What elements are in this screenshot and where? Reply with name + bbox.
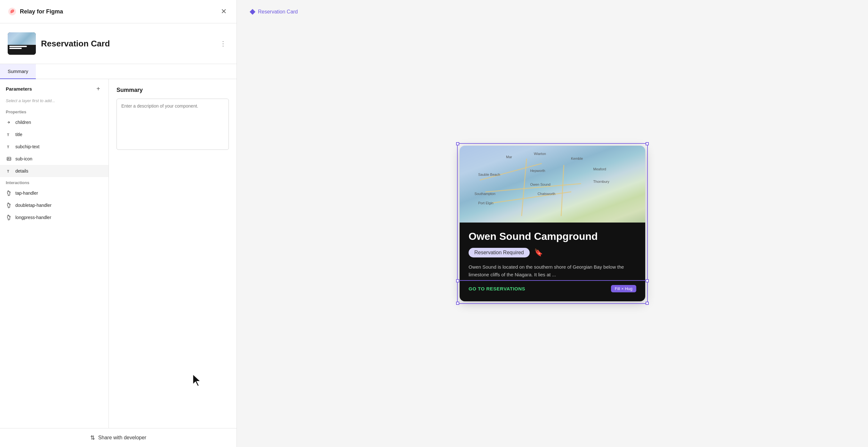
figma-component-label: Reservation Card: [250, 9, 298, 15]
more-options-button[interactable]: ⋮: [217, 38, 229, 49]
svg-text:T: T: [7, 145, 9, 149]
map-label: Chatsworth: [538, 192, 556, 196]
prop-children-label: children: [16, 120, 31, 125]
map-label: Sauble Beach: [478, 173, 500, 176]
properties-header: Parameters +: [0, 79, 108, 97]
prop-item-sub-icon[interactable]: sub-icon: [0, 153, 108, 165]
doubletap-handler-icon: [6, 202, 12, 208]
svg-text:T: T: [7, 133, 9, 137]
panel-header: Relay for Figma ✕: [0, 0, 237, 23]
component-name: Reservation Card: [41, 39, 110, 48]
interactions-section-label: Interactions: [0, 177, 108, 187]
close-button[interactable]: ✕: [219, 6, 229, 17]
go-reservations-cta[interactable]: GO TO RESERVATIONS: [469, 286, 525, 291]
map-label: Kemble: [571, 156, 583, 160]
map-road: [521, 159, 527, 216]
map-label: Port Elgin: [478, 201, 494, 205]
interaction-tap-handler[interactable]: tap-handler: [0, 187, 108, 199]
component-thumbnail: [8, 32, 36, 55]
right-panel: Reservation Card MarWiartonKembleSauble …: [237, 0, 868, 447]
summary-textarea[interactable]: [117, 99, 229, 150]
card-map: MarWiartonKembleSauble BeachHepworthMeaf…: [460, 146, 645, 222]
share-bar: ⇅ Share with developer: [0, 428, 237, 447]
map-label: Southampton: [474, 192, 495, 196]
panel-header-left: Relay for Figma: [8, 7, 63, 16]
bottom-resize-handle-bl[interactable]: [456, 302, 459, 305]
share-with-developer-button[interactable]: ⇅ Share with developer: [90, 434, 146, 441]
map-road: [492, 191, 571, 204]
resize-handle-br[interactable]: [646, 302, 649, 305]
relay-logo-icon: [8, 7, 17, 16]
interaction-tap-label: tap-handler: [16, 190, 38, 196]
app-name: Relay for Figma: [20, 8, 63, 15]
properties-title: Parameters: [6, 86, 32, 92]
tab-summary[interactable]: Summary: [0, 64, 36, 79]
component-name-area: Reservation Card: [41, 39, 212, 49]
prop-details-label: details: [16, 169, 28, 174]
prop-sub-icon-label: sub-icon: [16, 156, 32, 161]
interaction-doubletap-handler[interactable]: doubletap-handler: [0, 199, 108, 211]
resize-handle-tr[interactable]: [646, 142, 649, 145]
bottom-resize-handle-br[interactable]: [646, 302, 649, 305]
tabs-area: Summary: [0, 64, 237, 79]
map-label: Wiarton: [534, 152, 546, 156]
details-text-icon: T: [6, 168, 12, 174]
reservation-card: MarWiartonKembleSauble BeachHepworthMeaf…: [460, 146, 645, 301]
fill-hug-badge: Fill × Hug: [611, 285, 636, 292]
select-hint: Select a layer first to add...: [0, 97, 108, 106]
longpress-handler-icon: [6, 214, 12, 220]
bookmark-icon[interactable]: 🔖: [534, 248, 543, 257]
thumbnail-line-2: [9, 48, 22, 49]
prop-subchip-text-label: subchip-text: [16, 144, 39, 149]
card-badges: Reservation Required 🔖: [469, 248, 636, 258]
bottom-resize-handle-tl[interactable]: [456, 279, 459, 282]
prop-item-subchip-text[interactable]: T subchip-text: [0, 141, 108, 153]
svg-text:T: T: [7, 169, 9, 173]
subchip-text-icon: T: [6, 144, 12, 150]
prop-item-children[interactable]: children: [0, 116, 108, 128]
sub-icon-image-icon: [6, 156, 12, 162]
map-label: Thornbury: [593, 180, 610, 183]
interaction-doubletap-label: doubletap-handler: [16, 203, 52, 208]
prop-item-title[interactable]: T title: [0, 128, 108, 141]
resize-handle-tl[interactable]: [456, 142, 459, 145]
properties-sidebar: Parameters + Select a layer first to add…: [0, 79, 109, 428]
two-col: Parameters + Select a layer first to add…: [0, 79, 237, 428]
title-text-icon: T: [6, 131, 12, 138]
map-label: Meaford: [593, 167, 606, 171]
map-road: [561, 165, 564, 216]
card-footer: GO TO RESERVATIONS Fill × Hug: [469, 285, 636, 292]
resize-handle-bl[interactable]: [456, 302, 459, 305]
bottom-resize-handle-tr[interactable]: [646, 279, 649, 282]
component-card-area: Reservation Card ⋮: [0, 23, 237, 64]
map-label: Hepworth: [530, 169, 545, 173]
card-title: Owen Sound Campground: [469, 230, 636, 242]
reservation-card-wrapper: MarWiartonKembleSauble BeachHepworthMeaf…: [460, 146, 645, 301]
card-description: Owen Sound is located on the southern sh…: [469, 263, 636, 278]
thumbnail-line-1: [9, 46, 27, 47]
card-content: Owen Sound Campground Reservation Requir…: [460, 222, 645, 301]
share-icon: ⇅: [90, 434, 95, 441]
reservation-badge: Reservation Required: [469, 248, 530, 258]
map-label: Owen Sound: [530, 182, 551, 186]
figma-diamond-icon: [250, 9, 255, 15]
thumbnail-dark: [8, 45, 36, 55]
tap-handler-icon: [6, 190, 12, 196]
summary-heading: Summary: [117, 87, 229, 93]
left-panel: Relay for Figma ✕ Reservation Card ⋮ Sum…: [0, 0, 237, 447]
summary-area: Summary: [109, 79, 237, 428]
prop-title-label: title: [16, 132, 22, 137]
interaction-longpress-handler[interactable]: longpress-handler: [0, 211, 108, 224]
add-parameter-button[interactable]: +: [94, 84, 103, 93]
properties-section-label: Properties: [0, 106, 108, 116]
prop-item-details[interactable]: T details: [0, 165, 108, 177]
interaction-longpress-label: longpress-handler: [16, 215, 51, 220]
children-icon: [6, 119, 12, 125]
thumbnail-map: [8, 32, 36, 45]
map-label: Mar: [506, 155, 512, 159]
